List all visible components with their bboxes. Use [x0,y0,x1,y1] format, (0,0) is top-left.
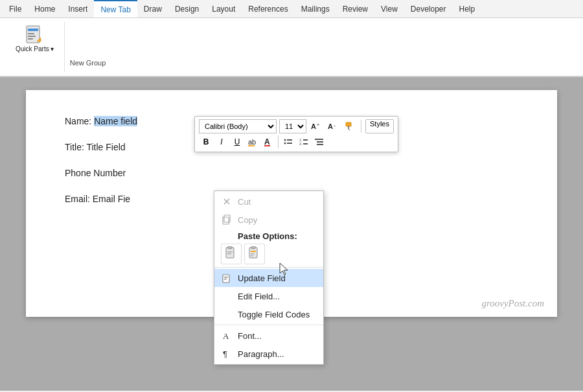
float-toolbar-row1: Calibri (Body) 11 A+ A- [199,119,394,133]
edit-field-icon [221,290,233,302]
svg-rect-35 [227,253,231,255]
ctx-update-field[interactable]: Update Field [214,269,323,287]
name-field-selected: Name field [94,116,137,126]
ctx-toggle-field-label: Toggle Field Codes [238,310,310,319]
tab-review[interactable]: Review [336,0,374,17]
bold-button[interactable]: B [199,135,213,149]
svg-point-19 [284,143,286,144]
tab-home[interactable]: Home [28,0,62,17]
svg-rect-1 [28,29,38,31]
highlight-color-button[interactable]: ab [246,135,260,149]
italic-button[interactable]: I [214,135,229,149]
ctx-font[interactable]: A Font... [214,327,323,345]
svg-text:ab: ab [248,138,256,146]
svg-text:A: A [311,122,316,130]
name-prefix: Name: [65,116,94,126]
svg-rect-18 [287,139,292,141]
cut-icon [221,196,233,207]
format-painter-button[interactable] [343,119,357,133]
svg-rect-22 [303,139,308,141]
svg-text:+: + [317,122,319,127]
svg-text:A: A [223,331,229,341]
quick-parts-icon [24,25,45,45]
ribbon: File Home Insert New Tab Draw Design Lay… [0,0,583,77]
tab-developer[interactable]: Developer [404,0,453,17]
ctx-edit-field[interactable]: Edit Field... [214,287,323,305]
ctx-copy-label: Copy [238,215,257,225]
context-menu: Cut Copy Paste Options: [214,190,324,365]
document-page: Name: Name field Title: Title Field Phon… [26,90,557,317]
svg-rect-20 [287,143,292,144]
update-field-icon [221,272,233,284]
ctx-paste-row [214,242,323,266]
ribbon-content: Quick Parts ▾ New Group [0,18,583,76]
ctx-copy[interactable]: Copy [214,211,323,229]
toolbar-separator-2 [278,135,279,148]
svg-rect-33 [228,246,232,249]
paste-icon-1[interactable] [221,244,242,264]
svg-rect-42 [224,277,228,278]
ctx-edit-field-label: Edit Field... [238,292,280,301]
ctx-cut-label: Cut [238,197,251,207]
toolbar-separator-1 [361,120,361,133]
svg-rect-30 [224,215,230,222]
bullets-button[interactable] [281,135,295,149]
tab-help[interactable]: Help [453,0,482,17]
tab-insert[interactable]: Insert [62,0,94,17]
font-color-button[interactable]: A [261,135,275,149]
tab-view[interactable]: View [374,0,404,17]
ctx-paragraph[interactable]: ¶ Paragraph... [214,345,323,363]
svg-text:2.: 2. [299,142,303,146]
toggle-field-icon [221,308,233,320]
svg-rect-39 [251,253,255,255]
font-select[interactable]: Calibri (Body) [199,119,277,133]
svg-rect-2 [28,33,34,34]
svg-rect-27 [317,144,323,145]
styles-button[interactable]: Styles [365,119,394,133]
numbering-button[interactable]: 1. 2. [297,135,311,149]
ctx-update-field-label: Update Field [238,273,286,283]
svg-rect-40 [251,255,253,257]
ctx-sep-1 [214,267,323,268]
ctx-cut[interactable]: Cut [214,192,323,211]
float-toolbar-row2: B I U ab A [199,135,394,149]
copy-icon [221,214,233,225]
tab-layout[interactable]: Layout [205,0,242,17]
indent-button[interactable] [312,135,326,149]
ribbon-tab-bar: File Home Insert New Tab Draw Design Lay… [0,0,583,18]
tab-file[interactable]: File [3,0,28,17]
svg-text:A: A [264,137,270,146]
svg-line-12 [349,129,350,130]
tab-design[interactable]: Design [168,0,205,17]
paste-icon-2[interactable] [244,244,265,264]
ribbon-group-quickparts: Quick Parts ▾ [5,22,65,72]
font-icon: A [221,330,233,341]
tab-newtab[interactable]: New Tab [94,0,137,17]
doc-line-phone: Phone Number [65,168,518,178]
decrease-font-button[interactable]: A- [326,119,340,133]
quick-parts-button[interactable]: Quick Parts ▾ [10,22,59,55]
document-area: Name: Name field Title: Title Field Phon… [0,77,583,391]
tab-references[interactable]: References [242,0,294,17]
svg-rect-34 [227,251,233,253]
ctx-paste-label: Paste Options: [214,229,323,242]
ctx-toggle-field[interactable]: Toggle Field Codes [214,305,323,323]
svg-rect-25 [315,139,323,140]
watermark: groovyPost.com [481,298,544,309]
increase-font-button[interactable]: A+ [309,119,323,133]
svg-rect-14 [248,145,255,146]
ctx-font-label: Font... [238,331,262,341]
svg-rect-4 [28,38,33,40]
svg-text:A: A [328,122,333,130]
font-size-select[interactable]: 11 [279,119,306,133]
svg-rect-37 [251,246,255,249]
float-toolbar: Calibri (Body) 11 A+ A- [194,116,398,152]
svg-rect-26 [317,141,323,143]
ctx-sep-2 [214,325,323,325]
underline-button[interactable]: U [230,135,244,149]
tab-draw[interactable]: Draw [137,0,168,17]
svg-rect-38 [251,251,256,252]
tab-mailings[interactable]: Mailings [295,0,336,17]
svg-point-17 [284,139,286,141]
svg-rect-3 [28,36,36,37]
